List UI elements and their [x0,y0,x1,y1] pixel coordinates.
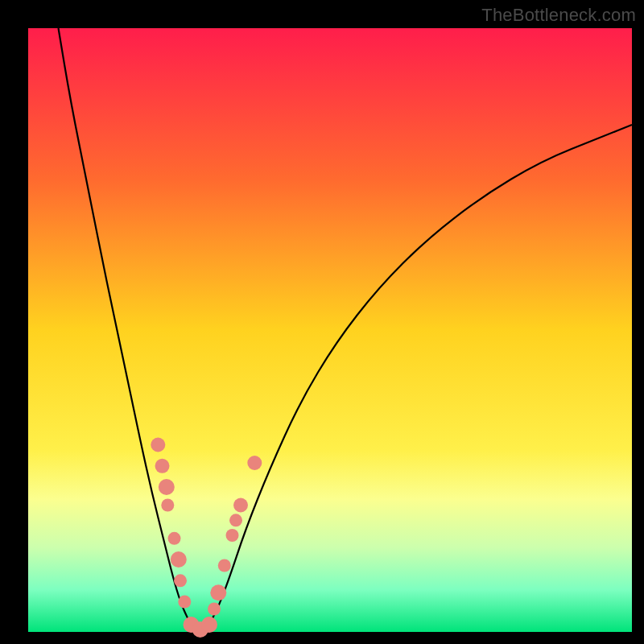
marker-point [151,438,165,452]
chart-frame: TheBottleneck.com [0,0,644,644]
marker-point [155,459,170,473]
marker-point [174,574,187,587]
watermark-text: TheBottleneck.com [481,5,636,26]
marker-point [218,559,231,572]
plot-background [28,28,632,632]
marker-point [161,499,174,512]
marker-point [168,532,181,545]
marker-point [171,551,187,568]
marker-point [229,514,242,526]
marker-point [233,498,248,513]
marker-point [226,529,239,542]
marker-point [159,479,175,495]
marker-point [210,584,226,601]
marker-point [247,456,262,470]
marker-point [178,596,191,609]
marker-point [208,603,221,616]
bottleneck-chart [0,0,644,644]
marker-point [201,617,217,633]
